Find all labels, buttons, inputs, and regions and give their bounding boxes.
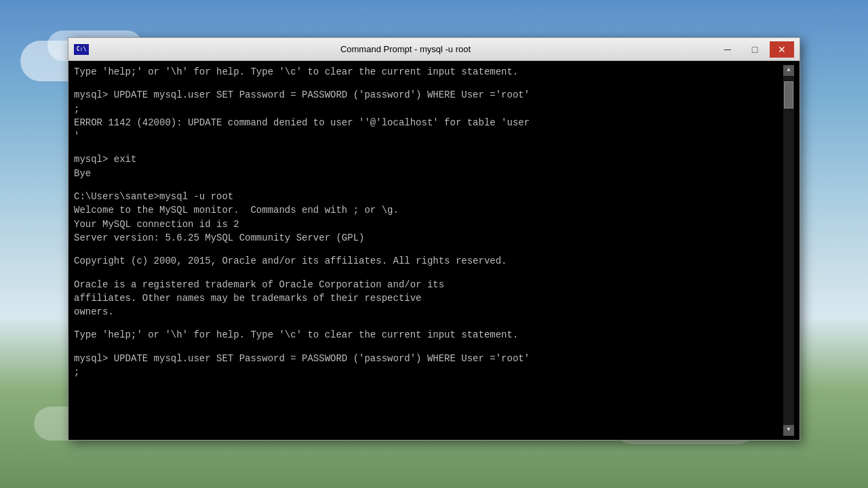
terminal-line: [74, 319, 783, 328]
terminal-line: Type 'help;' or '\h' for help. Type '\c'…: [74, 328, 783, 342]
terminal-line: Welcome to the MySQL monitor. Commands e…: [74, 203, 783, 217]
cmd-window: C:\ Command Prompt - mysql -u root ─ □ ✕…: [68, 37, 800, 441]
terminal-line: mysql> exit: [74, 152, 783, 166]
terminal-line: Bye: [74, 167, 783, 180]
terminal-line: Type 'help;' or '\h' for help. Type '\c'…: [74, 65, 783, 79]
terminal-line: [74, 268, 783, 278]
terminal-line: C:\Users\sante>mysql -u root: [74, 190, 783, 203]
title-bar: C:\ Command Prompt - mysql -u root ─ □ ✕: [68, 38, 800, 61]
terminal-line: ;: [74, 102, 783, 116]
window-title: Command Prompt - mysql -u root: [96, 44, 715, 54]
terminal-line: [74, 342, 783, 352]
terminal-line: ;: [74, 365, 783, 379]
terminal-line: owners.: [74, 305, 783, 319]
terminal-line: ': [74, 129, 783, 143]
close-button[interactable]: ✕: [770, 41, 794, 58]
terminal-line: Server version: 5.6.25 MySQL Community S…: [74, 231, 783, 245]
terminal-line: Copyright (c) 2000, 2015, Oracle and/or …: [74, 254, 783, 268]
terminal-content: Type 'help;' or '\h' for help. Type '\c'…: [74, 65, 783, 436]
scroll-thumb[interactable]: [784, 81, 793, 108]
scrollbar[interactable]: ▲ ▼: [783, 65, 794, 436]
terminal-line: Oracle is a registered trademark of Orac…: [74, 278, 783, 291]
terminal-line: mysql> UPDATE mysql.user SET Password = …: [74, 88, 783, 102]
scroll-down-arrow[interactable]: ▼: [783, 425, 794, 436]
terminal-line: [74, 79, 783, 88]
terminal-line: [74, 245, 783, 254]
scroll-track[interactable]: [783, 76, 794, 425]
terminal-line: [74, 180, 783, 190]
maximize-button[interactable]: □: [743, 41, 767, 58]
window-controls: ─ □ ✕: [715, 41, 794, 58]
terminal-line: ERROR 1142 (42000): UPDATE command denie…: [74, 116, 783, 129]
terminal-line: Your MySQL connection id is 2: [74, 218, 783, 231]
terminal-area[interactable]: Type 'help;' or '\h' for help. Type '\c'…: [68, 61, 800, 440]
terminal-line: [74, 143, 783, 152]
scroll-up-arrow[interactable]: ▲: [783, 65, 794, 76]
cmd-icon: C:\: [74, 44, 89, 55]
terminal-line: mysql> UPDATE mysql.user SET Password = …: [74, 352, 783, 365]
minimize-button[interactable]: ─: [715, 41, 740, 58]
terminal-line: affiliates. Other names may be trademark…: [74, 291, 783, 305]
